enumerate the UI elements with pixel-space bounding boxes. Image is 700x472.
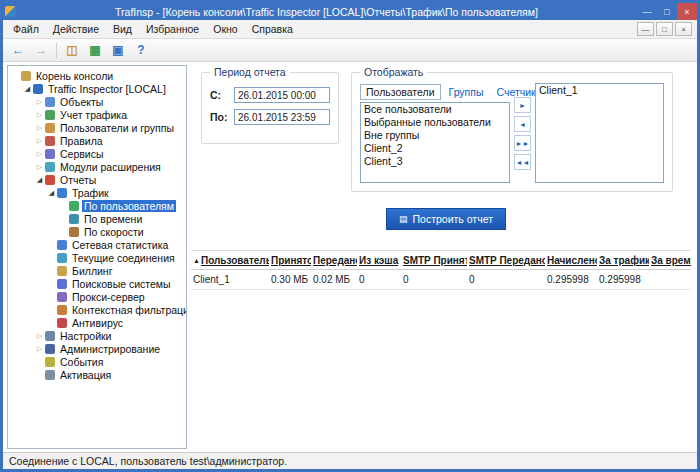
toolbar-window-button[interactable]: ▣ xyxy=(107,41,129,60)
tree-item-antivirus[interactable]: Антивирус xyxy=(8,316,186,329)
tree-item-by-users[interactable]: По пользователям xyxy=(8,199,186,212)
app-icon xyxy=(5,6,16,17)
tree-item-events[interactable]: События xyxy=(8,355,186,368)
expander-collapsed-icon[interactable]: ▷ xyxy=(34,332,45,339)
table-cell: 0 xyxy=(467,270,545,289)
column-header-4[interactable]: SMTP Принято xyxy=(401,251,467,269)
tree-item-label: Правила xyxy=(58,135,105,147)
period-from-row: С: xyxy=(210,87,330,103)
menu-action[interactable]: Действие xyxy=(46,20,106,38)
column-header-0[interactable]: ▲Пользователь xyxy=(191,251,269,269)
tree-item-services[interactable]: ▷Сервисы xyxy=(8,147,186,160)
report-period-groupbox: Период отчета С: По: xyxy=(201,72,339,144)
tree-item-reports[interactable]: ◢Отчеты xyxy=(8,173,186,186)
expander-expanded-icon[interactable]: ◢ xyxy=(34,176,45,183)
toolbar-forward-button[interactable]: → xyxy=(30,41,52,60)
column-header-label: Начислено xyxy=(547,255,597,266)
column-header-8[interactable]: За время xyxy=(649,251,691,269)
period-from-input[interactable] xyxy=(234,87,330,103)
tree-item-label: Объекты xyxy=(58,96,105,108)
selected-list[interactable]: Client_1 xyxy=(535,83,664,183)
reports-icon xyxy=(45,175,55,185)
toolbar-export-list-button[interactable]: ▦ xyxy=(84,41,106,60)
minimize-button[interactable]: — xyxy=(637,3,657,20)
toolbar-show-tree-button[interactable]: ◫ xyxy=(61,41,83,60)
billing-icon xyxy=(57,266,67,276)
maximize-button[interactable]: □ xyxy=(657,3,677,20)
tree-item-settings[interactable]: ▷Настройки xyxy=(8,329,186,342)
content-filtering-icon xyxy=(57,305,67,315)
tree-item-traffic-accounting[interactable]: ▷Учет трафика xyxy=(8,108,186,121)
tree-item-objects[interactable]: ▷Объекты xyxy=(8,95,186,108)
tree-item-by-speed[interactable]: По скорости xyxy=(8,225,186,238)
tree-item-content-filtering[interactable]: Контекстная фильтрация xyxy=(8,303,186,316)
tree-item-console-root[interactable]: Корень консоли xyxy=(8,69,186,82)
tree-item-proxy-server[interactable]: Прокси-сервер xyxy=(8,290,186,303)
display-tabs: ПользователиГруппыСчетчики xyxy=(360,83,510,100)
tree-item-extension-modules[interactable]: ▷Модули расширения xyxy=(8,160,186,173)
tree-item-search-engines[interactable]: Поисковые системы xyxy=(8,277,186,290)
expander-expanded-icon[interactable]: ◢ xyxy=(46,189,57,196)
available-list-item[interactable]: Client_2 xyxy=(361,142,509,155)
tab-groups[interactable]: Группы xyxy=(444,85,489,99)
column-header-7[interactable]: За трафик xyxy=(597,251,649,269)
column-header-6[interactable]: Начислено xyxy=(545,251,597,269)
available-list[interactable]: Все пользователиВыбранные пользователиВн… xyxy=(360,102,510,183)
build-report-button[interactable]: ▤ Построить отчет xyxy=(386,208,506,230)
tree-item-activation[interactable]: Активация xyxy=(8,368,186,381)
move-left-button[interactable]: ◄ xyxy=(514,116,531,132)
available-list-item[interactable]: Вне группы xyxy=(361,129,509,142)
expander-collapsed-icon[interactable]: ▷ xyxy=(34,345,45,352)
move-right-button[interactable]: ► xyxy=(514,97,531,113)
report-table: ▲ПользовательПринятоПереданоИз кэшаSMTP … xyxy=(191,250,691,290)
mdi-close-button[interactable]: × xyxy=(675,22,692,36)
table-row[interactable]: Client_10.30 МБ0.02 МБ0000.2959980.29599… xyxy=(191,270,691,290)
available-list-item[interactable]: Client_3 xyxy=(361,155,509,168)
tree-item-traffic-inspector-local[interactable]: ◢Traffic Inspector [LOCAL] xyxy=(8,82,186,95)
column-header-2[interactable]: Передано xyxy=(311,251,357,269)
expander-collapsed-icon[interactable]: ▷ xyxy=(34,124,45,131)
expander-expanded-icon[interactable]: ◢ xyxy=(22,85,33,92)
table-cell: 0 xyxy=(401,270,467,289)
toolbar-separator xyxy=(56,43,57,58)
expander-collapsed-icon[interactable]: ▷ xyxy=(34,137,45,144)
available-list-item[interactable]: Все пользователи xyxy=(361,103,509,116)
menu-help[interactable]: Справка xyxy=(245,20,300,38)
column-header-5[interactable]: SMTP Передано xyxy=(467,251,545,269)
column-header-label: SMTP Принято xyxy=(403,255,467,266)
menu-favorites[interactable]: Избранное xyxy=(139,20,206,38)
tree-item-users-groups[interactable]: ▷Пользователи и группы xyxy=(8,121,186,134)
toolbar-back-button[interactable]: ← xyxy=(7,41,29,60)
column-header-1[interactable]: Принято xyxy=(269,251,311,269)
mdi-restore-button[interactable]: □ xyxy=(656,22,673,36)
tree-item-administration[interactable]: ▷Администрирование xyxy=(8,342,186,355)
menu-view[interactable]: Вид xyxy=(106,20,139,38)
tree-item-current-connections[interactable]: Текущие соединения xyxy=(8,251,186,264)
tree-item-rules[interactable]: ▷Правила xyxy=(8,134,186,147)
move-all-right-button[interactable]: ►► xyxy=(514,135,531,151)
mdi-minimize-button[interactable]: — xyxy=(637,22,654,36)
tree-item-traffic[interactable]: ◢Трафик xyxy=(8,186,186,199)
tree-item-by-time[interactable]: По времени xyxy=(8,212,186,225)
period-to-label: По: xyxy=(210,111,234,123)
sort-ascending-icon: ▲ xyxy=(193,257,200,264)
menu-file[interactable]: Файл xyxy=(6,20,46,38)
tree-item-network-statistics[interactable]: Сетевая статистика xyxy=(8,238,186,251)
available-list-item[interactable]: Выбранные пользователи xyxy=(361,116,509,129)
column-header-3[interactable]: Из кэша xyxy=(357,251,401,269)
menu-window[interactable]: Окно xyxy=(206,20,244,38)
expander-collapsed-icon[interactable]: ▷ xyxy=(34,150,45,157)
toolbar-help-button[interactable]: ? xyxy=(130,41,152,60)
close-button[interactable]: × xyxy=(677,3,697,20)
period-to-input[interactable] xyxy=(234,109,330,125)
selected-list-item[interactable]: Client_1 xyxy=(536,84,663,97)
expander-collapsed-icon[interactable]: ▷ xyxy=(34,98,45,105)
search-engines-icon xyxy=(57,279,67,289)
console-root-folder-icon xyxy=(21,71,31,81)
tab-users[interactable]: Пользователи xyxy=(360,84,441,100)
tree-item-billing[interactable]: Биллинг xyxy=(8,264,186,277)
move-all-left-button[interactable]: ◄◄ xyxy=(514,154,531,170)
expander-collapsed-icon[interactable]: ▷ xyxy=(34,163,45,170)
table-cell: 0.30 МБ xyxy=(269,270,311,289)
expander-collapsed-icon[interactable]: ▷ xyxy=(34,111,45,118)
